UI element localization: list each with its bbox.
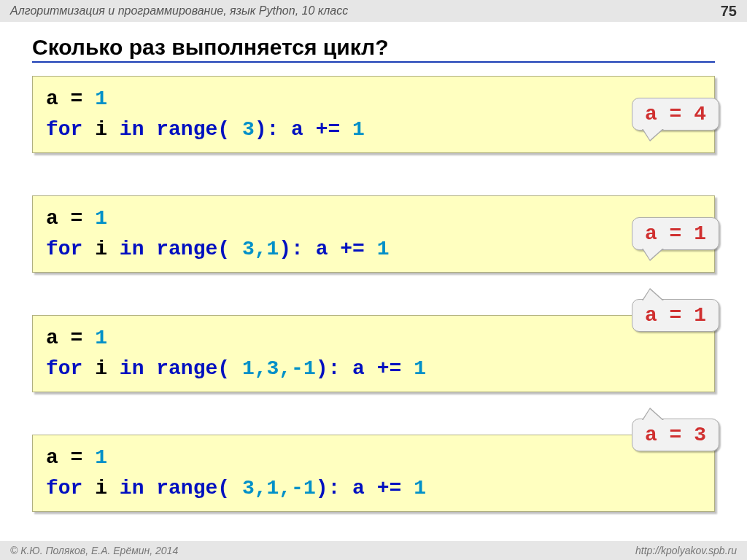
code-block: a = 1 for i in range( 3): a += 1 [32,76,715,153]
code-var: i [82,238,119,260]
code-close: ): a += [255,118,352,141]
code-var: i [82,477,119,499]
code-var: a [46,327,58,349]
example-2: a = 1 for i in range( 3,1): a += 1 a = 1 [32,195,715,273]
code-close: ): a += [316,477,414,499]
answer-bubble: a = 4 [632,98,719,131]
kw-for: for [46,118,82,141]
kw-for: for [46,238,82,260]
code-var: i [82,357,119,380]
code-op: = [58,446,95,469]
kw-in: in [120,118,144,141]
kw-range: range( [144,357,230,380]
slide-title: Сколько раз выполняется цикл? [32,35,715,60]
code-block: a = 1 for i in range( 1,3,-1): a += 1 [32,315,715,392]
example-3: a = 1 for i in range( 1,3,-1): a += 1 a … [32,315,715,392]
code-inc: 1 [352,118,365,141]
example-1: a = 1 for i in range( 3): a += 1 a = 4 [32,76,715,153]
answer-bubble: a = 3 [632,419,719,451]
code-args: 1,3,-1 [230,357,316,380]
code-block: a = 1 for i in range( 3,1,-1): a += 1 [32,435,715,512]
code-num: 1 [95,327,107,349]
code-op: = [58,88,95,110]
kw-range: range( [144,118,230,141]
code-num: 1 [95,88,107,110]
page-number: 75 [721,3,737,20]
answer-bubble: a = 1 [632,217,719,250]
code-args: 3 [230,118,255,141]
code-inc: 1 [414,357,426,380]
code-op: = [58,327,95,349]
code-block: a = 1 for i in range( 3,1): a += 1 [32,195,715,273]
kw-for: for [46,357,82,380]
kw-range: range( [144,477,230,499]
code-op: = [58,207,95,230]
kw-in: in [120,238,144,260]
kw-in: in [120,357,144,380]
code-var: i [82,118,119,141]
title-underline [32,61,715,63]
code-args: 3,1 [230,238,279,260]
code-num: 1 [95,207,107,230]
kw-for: for [46,477,82,499]
subject-label: Алгоритмизация и программирование, язык … [10,4,348,18]
kw-range: range( [144,238,230,260]
code-num: 1 [95,446,107,469]
code-args: 3,1,-1 [230,477,316,499]
example-4: a = 1 for i in range( 3,1,-1): a += 1 a … [32,435,715,512]
kw-in: in [120,477,144,499]
code-var: a [46,207,58,230]
footer-url: http://kpolyakov.spb.ru [635,545,737,556]
header-bar: Алгоритмизация и программирование, язык … [0,0,747,22]
footer-bar: © К.Ю. Поляков, Е.А. Ерёмин, 2014 http:/… [0,541,747,560]
code-close: ): a += [316,357,414,380]
code-inc: 1 [414,477,426,499]
code-inc: 1 [377,238,390,260]
code-var: a [46,88,58,110]
answer-bubble: a = 1 [632,299,719,332]
code-close: ): a += [279,238,376,260]
slide-content: Сколько раз выполняется цикл? a = 1 for … [0,22,747,512]
copyright-label: © К.Ю. Поляков, Е.А. Ерёмин, 2014 [10,545,178,556]
code-var: a [46,446,58,469]
